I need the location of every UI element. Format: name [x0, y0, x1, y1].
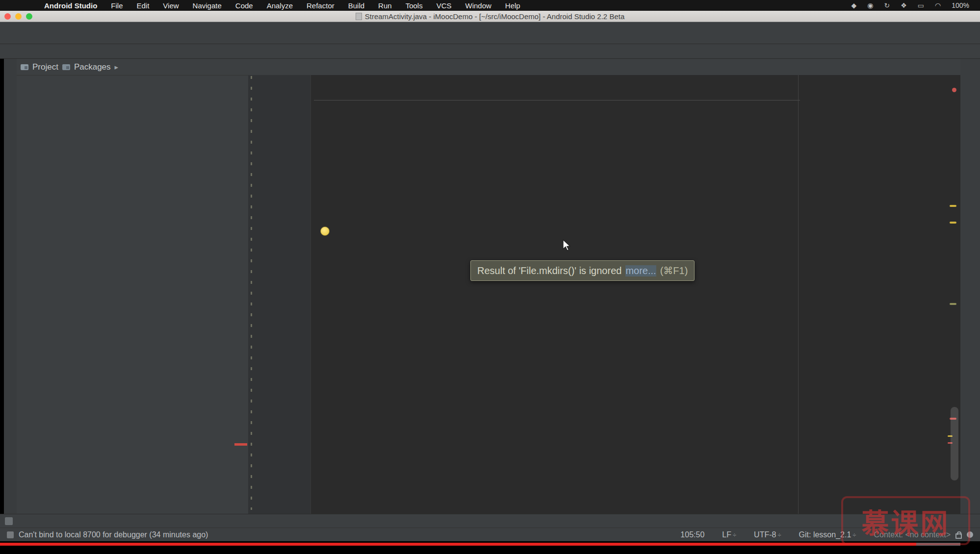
macos-menu-bar: Android Studio FileEditViewNavigateCodeA… — [0, 0, 980, 11]
main-toolbar — [0, 22, 980, 44]
lock-icon[interactable] — [955, 533, 962, 539]
intention-bulb-icon[interactable] — [320, 227, 330, 236]
menu-item-refactor[interactable]: Refactor — [307, 1, 335, 10]
line-ending-selector[interactable]: LF — [722, 530, 736, 539]
controller-icon[interactable]: ◆ — [851, 1, 856, 9]
project-view-icon — [21, 64, 28, 70]
menu-item-file[interactable]: File — [111, 1, 123, 10]
menu-item-tools[interactable]: Tools — [406, 1, 423, 10]
context-indicator[interactable]: Context: <no context> — [874, 530, 951, 539]
status-bar: Can't bind to local 8700 for debugger (3… — [0, 528, 980, 541]
menu-item-vcs[interactable]: VCS — [437, 1, 452, 10]
menu-item-view[interactable]: View — [163, 1, 179, 10]
code-editor[interactable] — [248, 75, 960, 514]
assistant-icon[interactable]: ◉ — [867, 1, 873, 9]
left-toolwindow-strip — [4, 59, 17, 514]
error-stripe-warning-mark[interactable] — [950, 222, 956, 224]
project-panel-header: Project Packages ▸ — [17, 59, 248, 76]
menu-app-name[interactable]: Android Studio — [44, 1, 97, 10]
caret-position[interactable]: 105:50 — [680, 530, 704, 539]
battery-percent: 100% — [952, 1, 969, 9]
panel-splitter[interactable] — [251, 76, 252, 510]
window-title-bar: StreamActivity.java - iMoocDemo - [~/src… — [0, 11, 980, 22]
menu-item-build[interactable]: Build — [348, 1, 364, 10]
error-stripe-warning-mark[interactable] — [950, 303, 956, 305]
error-stripe-error-mark[interactable] — [952, 88, 956, 92]
menu-item-help[interactable]: Help — [505, 1, 520, 10]
tree-scrollbar-mark — [234, 443, 247, 446]
menu-item-edit[interactable]: Edit — [136, 1, 149, 10]
keyboard-icon[interactable]: ▭ — [918, 1, 924, 9]
video-progress-strip — [0, 541, 980, 554]
status-message-icon — [7, 531, 14, 538]
project-view-label[interactable]: Project — [32, 62, 58, 72]
breadcrumb — [0, 44, 980, 59]
tooltip-shortcut: (⌘F1) — [660, 265, 688, 277]
video-progress-filled[interactable] — [0, 543, 916, 546]
menu-item-window[interactable]: Window — [465, 1, 491, 10]
bluetooth-icon[interactable]: ❖ — [901, 1, 907, 9]
editor-tab-bar — [248, 59, 960, 75]
video-progress-buffer — [916, 543, 960, 546]
window-title: StreamActivity.java - iMoocDemo - [~/src… — [0, 12, 980, 21]
bottom-toolwindow-bar — [0, 514, 980, 528]
menu-item-analyze[interactable]: Analyze — [267, 1, 293, 10]
menu-items: FileEditViewNavigateCodeAnalyzeRefactorB… — [97, 1, 520, 10]
project-toolwindow: Project Packages ▸ — [17, 59, 248, 514]
packages-view-icon — [62, 64, 70, 70]
fold-separator-line — [314, 100, 800, 101]
right-margin-guide — [798, 75, 799, 514]
status-message[interactable]: Can't bind to local 8700 for debugger (3… — [19, 530, 208, 539]
mouse-cursor — [562, 239, 571, 252]
menu-item-run[interactable]: Run — [378, 1, 392, 10]
editor-scrollbar[interactable] — [951, 407, 958, 480]
git-branch-selector[interactable]: Git: lesson_2.1 — [799, 530, 856, 539]
menu-status-area: ◆◉↻❖▭◠100% — [851, 1, 980, 9]
document-icon — [356, 13, 362, 20]
project-tree — [17, 76, 248, 82]
inspection-tooltip: Result of 'File.mkdirs()' is ignored mor… — [470, 260, 695, 281]
packages-view-label[interactable]: Packages — [74, 62, 111, 72]
tooltip-more-link[interactable]: more... — [625, 265, 656, 277]
editor-gutter — [248, 75, 311, 514]
toolwindow-corner-icon[interactable] — [5, 517, 13, 525]
encoding-selector[interactable]: UTF-8 — [754, 530, 781, 539]
menu-item-navigate[interactable]: Navigate — [193, 1, 222, 10]
scroll-views-icon[interactable]: ▸ — [115, 63, 119, 72]
error-stripe-warning-mark[interactable] — [950, 205, 956, 207]
hector-icon[interactable] — [967, 531, 973, 538]
sync-status-icon[interactable]: ↻ — [884, 1, 890, 9]
menu-item-code[interactable]: Code — [235, 1, 253, 10]
wifi-icon[interactable]: ◠ — [935, 1, 941, 9]
right-toolwindow-strip — [960, 59, 980, 514]
